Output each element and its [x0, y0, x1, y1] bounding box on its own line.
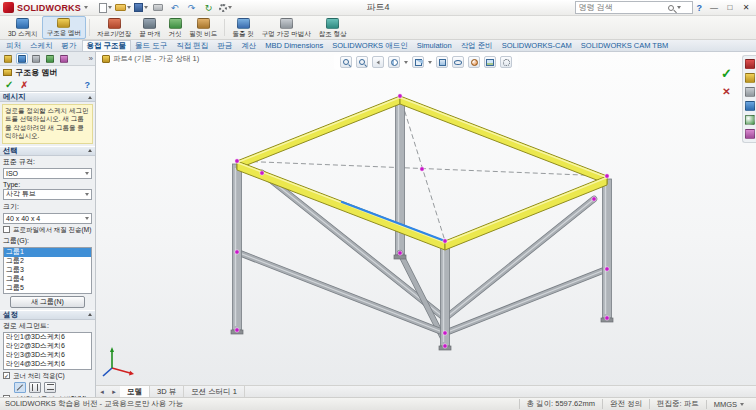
trim-extend-icon: [108, 18, 121, 29]
display-manager-tab[interactable]: [58, 53, 70, 64]
standard-select[interactable]: ISO: [3, 168, 92, 179]
maximize-button[interactable]: □: [722, 1, 738, 14]
message-section-header[interactable]: 메시지: [0, 92, 95, 102]
tab-evaluate[interactable]: 평가: [58, 40, 82, 51]
graphics-area[interactable]: [96, 52, 756, 385]
search-input[interactable]: [579, 3, 665, 12]
search-scope-dropdown-icon[interactable]: [677, 6, 681, 9]
tab-solidworks-cam[interactable]: SOLIDWORKS-CAM: [498, 40, 577, 51]
ribbon-button-gusset[interactable]: 거싯: [165, 16, 186, 39]
end-miter-button[interactable]: [14, 382, 26, 393]
tab-scroll-right-icon[interactable]: ▸: [108, 386, 120, 397]
ribbon-button-trim-extend[interactable]: 자르기/연장: [93, 16, 135, 39]
featuremanager-tree-tab[interactable]: [2, 53, 14, 64]
window-controls: — □ ✕: [706, 1, 754, 14]
end-butt1-button[interactable]: [29, 382, 41, 393]
ribbon-button-end-cap[interactable]: 끝 마개: [135, 16, 164, 39]
tab-solidworks-cam-tbm[interactable]: SOLIDWORKS CAM TBM: [577, 40, 673, 51]
hide-show-items-icon[interactable]: [452, 56, 464, 68]
propertymanager-tab[interactable]: [16, 53, 28, 64]
gusset-icon: [169, 18, 182, 29]
new-document-button[interactable]: [98, 1, 113, 15]
transfer-material-checkbox[interactable]: 프로파일에서 재질 전송(M): [0, 225, 95, 235]
tab-sketch[interactable]: 스케치: [26, 40, 58, 51]
tab-direct-editing[interactable]: 직접 편집: [172, 40, 213, 51]
section-view-icon[interactable]: [388, 56, 400, 68]
model-top-frame-highlighted[interactable]: [237, 96, 607, 250]
unit-system-selector[interactable]: MMGS: [706, 400, 751, 409]
design-library-icon[interactable]: [745, 73, 755, 83]
tab-measure[interactable]: 계산: [237, 40, 261, 51]
options-button[interactable]: [218, 1, 233, 15]
pm-help-button[interactable]: ?: [85, 80, 91, 90]
view-settings-icon[interactable]: [500, 56, 512, 68]
graphics-viewport[interactable]: 파트4 (기본 - 가공 상태 1) ✓ ✕: [96, 52, 756, 385]
confirm-ok-button[interactable]: ✓: [721, 68, 732, 80]
open-button[interactable]: [115, 1, 131, 15]
selection-section-header[interactable]: 선택: [0, 146, 95, 156]
chevron-down-icon[interactable]: [404, 61, 408, 64]
model-tab[interactable]: 모델: [120, 386, 150, 397]
view-palette-icon[interactable]: [745, 101, 755, 111]
confirm-cancel-button[interactable]: ✕: [722, 87, 730, 97]
print-button[interactable]: [150, 1, 165, 15]
pm-cancel-button[interactable]: ✗: [20, 80, 28, 90]
ribbon-button-hole-wizard[interactable]: 구멍 가공 마법사: [258, 16, 315, 39]
solidworks-resources-icon[interactable]: [745, 59, 755, 69]
appearances-scenes-icon[interactable]: [745, 115, 755, 125]
tab-addins[interactable]: SOLIDWORKS 애드인: [328, 40, 412, 51]
tab-features[interactable]: 피처: [2, 40, 26, 51]
group-item[interactable]: 그룹5: [4, 284, 91, 293]
end-butt2-button[interactable]: [44, 382, 56, 393]
ribbon-button-3d-sketch[interactable]: 3D 스케치: [4, 16, 42, 39]
custom-properties-icon[interactable]: [745, 129, 755, 139]
search-icon[interactable]: [668, 5, 674, 11]
apply-scene-icon[interactable]: [484, 56, 496, 68]
view-orientation-icon[interactable]: [412, 56, 424, 68]
ribbon-button-reference-geometry[interactable]: 참조 형상: [315, 16, 351, 39]
definition-status: 완전 정의: [602, 399, 649, 409]
motion-study-tab[interactable]: 모션 스터디 1: [184, 386, 245, 397]
menu-expand-icon[interactable]: [84, 6, 88, 9]
type-select[interactable]: 사각 튜브: [3, 189, 92, 200]
zoom-area-icon[interactable]: [356, 56, 368, 68]
tab-simulation[interactable]: Simulation: [413, 40, 457, 51]
dimxpert-manager-tab[interactable]: [44, 53, 56, 64]
chevron-down-icon: [85, 217, 89, 220]
tab-mold-tools[interactable]: 몰드 도구: [131, 40, 172, 51]
selected-sketch-segment[interactable]: [342, 202, 445, 241]
redo-button[interactable]: ↷: [184, 1, 199, 15]
tab-scroll-left-icon[interactable]: ◂: [96, 386, 108, 397]
chevron-down-icon[interactable]: [428, 61, 432, 64]
close-button[interactable]: ✕: [738, 1, 754, 14]
pm-ok-button[interactable]: ✓: [5, 80, 13, 90]
save-button[interactable]: [133, 1, 148, 15]
ribbon-button-extruded-cut[interactable]: 돌출 컷: [228, 16, 257, 39]
settings-section-header[interactable]: 설정: [0, 310, 95, 320]
tab-job-preparation[interactable]: 작업 준비: [457, 40, 498, 51]
display-style-icon[interactable]: [436, 56, 448, 68]
command-search[interactable]: [575, 1, 693, 14]
segment-item[interactable]: 라인4@3D스케치6: [4, 360, 91, 369]
tab-mbd-dimensions[interactable]: MBD Dimensions: [261, 40, 328, 51]
ribbon-button-fillet-bead[interactable]: 필렛 비드: [186, 16, 222, 39]
vertex-points[interactable]: [235, 94, 609, 348]
size-select[interactable]: 40 x 40 x 4: [3, 213, 92, 224]
3d-views-tab[interactable]: 3D 뷰: [150, 386, 184, 397]
tab-sheet-metal[interactable]: 판금: [213, 40, 237, 51]
help-button[interactable]: ?: [697, 3, 703, 13]
solidworks-logo[interactable]: SOLIDWORKS: [3, 2, 88, 13]
previous-view-icon[interactable]: [372, 56, 384, 68]
new-group-button[interactable]: 새 그룹(N): [10, 296, 85, 308]
apply-corner-treatment-checkbox[interactable]: ✓ 코너 처리 적용(C): [0, 371, 95, 381]
edit-appearance-icon[interactable]: [468, 56, 480, 68]
configuration-manager-tab[interactable]: [30, 53, 42, 64]
tab-weldments[interactable]: 용접 구조물: [82, 40, 132, 51]
rebuild-button[interactable]: ↻: [201, 1, 216, 15]
undo-button[interactable]: ↶: [167, 1, 182, 15]
panel-collapse-icon[interactable]: »: [89, 54, 93, 63]
file-explorer-icon[interactable]: [745, 87, 755, 97]
ribbon-button-structural-member[interactable]: 구조용 멤버: [42, 16, 86, 39]
zoom-fit-icon[interactable]: [340, 56, 352, 68]
minimize-button[interactable]: —: [706, 1, 722, 14]
